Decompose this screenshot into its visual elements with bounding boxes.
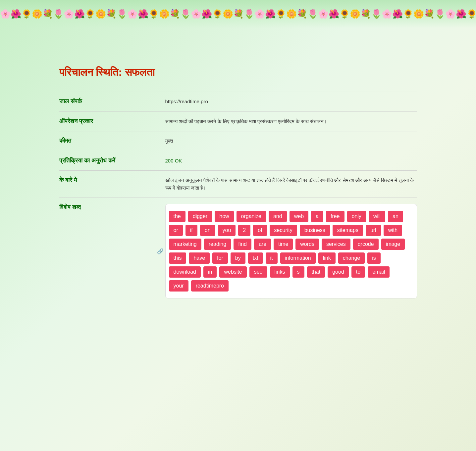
keyword-tag[interactable]: with <box>384 225 402 236</box>
keyword-tag[interactable]: 2 <box>238 225 250 236</box>
keyword-tag[interactable]: an <box>388 211 403 222</box>
flower-decoration: 🌷 <box>117 9 127 19</box>
keyword-tag[interactable]: if <box>185 225 197 236</box>
info-row: कीमतमुक्त <box>59 131 417 151</box>
flower-decoration: 🌸 <box>445 9 456 19</box>
keyword-tag[interactable]: only <box>347 211 366 222</box>
keyword-tag[interactable]: download <box>169 266 201 278</box>
info-row-label: कीमत <box>59 137 165 144</box>
flower-decoration: 🌼 <box>413 9 424 19</box>
info-table: जाल संपर्कhttps://readtime.proऑपरेशन प्र… <box>59 92 417 198</box>
keyword-tag[interactable]: web <box>290 211 308 222</box>
keyword-tag[interactable]: free <box>326 211 344 222</box>
flower-decoration: 🌷 <box>244 9 254 19</box>
keyword-tag[interactable]: by <box>231 252 245 264</box>
keyword-tag[interactable]: txt <box>248 252 263 264</box>
keywords-label: विशेष शब्द <box>59 204 165 211</box>
flower-decoration: 🌼 <box>159 9 170 19</box>
info-row-value: https://readtime.pro <box>165 98 417 106</box>
keyword-tag[interactable]: on <box>200 225 215 236</box>
keyword-tag[interactable]: seo <box>249 266 267 278</box>
keyword-tag[interactable]: the <box>169 211 185 222</box>
keyword-tag[interactable]: you <box>218 225 236 236</box>
flower-decoration: 💐 <box>233 9 244 19</box>
flower-decoration: 🌻 <box>212 9 223 19</box>
flower-decoration: 🌻 <box>85 9 95 19</box>
keyword-tag[interactable]: is <box>367 252 381 264</box>
keyword-tag[interactable]: your <box>169 280 188 292</box>
keyword-tag[interactable]: of <box>253 225 267 236</box>
keyword-tag[interactable]: website <box>219 266 246 278</box>
keyword-tag[interactable]: readtimepro <box>191 280 229 292</box>
info-row: प्रतिक्रिया का अनुरोध करें200 OK <box>59 151 417 171</box>
keyword-tag[interactable]: in <box>203 266 217 278</box>
flowers-row: 🌸🌺🌻🌼💐🌷🌸🌺🌻🌼💐🌷🌸🌺🌻🌼💐🌷🌸🌺🌻🌼💐🌷🌸🌺🌻🌼💐🌷🌸🌺🌻🌼💐🌷🌸🌺🌻🌼… <box>0 0 476 28</box>
keyword-tag[interactable]: information <box>280 252 316 264</box>
keyword-tag[interactable]: link <box>318 252 336 264</box>
keyword-tag[interactable]: have <box>189 252 210 264</box>
keyword-tag[interactable]: image <box>381 239 405 250</box>
keyword-tag[interactable]: organize <box>237 211 266 222</box>
keyword-tag[interactable]: good <box>328 266 349 278</box>
flower-decoration: 💐 <box>106 9 117 19</box>
keyword-tag[interactable]: that <box>307 266 325 278</box>
flower-decoration: 🌸 <box>0 9 11 19</box>
page-title: परिचालन स्थिति: सफलता <box>59 66 417 78</box>
flower-decoration: 🌺 <box>456 9 466 19</box>
keyword-tag[interactable]: and <box>269 211 287 222</box>
info-row-label: ऑपरेशन प्रकार <box>59 118 165 125</box>
info-row: जाल संपर्कhttps://readtime.pro <box>59 92 417 112</box>
flower-decoration: 🌻 <box>276 9 286 19</box>
flower-decoration: 🌺 <box>201 9 212 19</box>
keyword-tag[interactable]: reading <box>204 239 231 250</box>
keyword-tag[interactable]: to <box>351 266 365 278</box>
info-row: के बारे मेखोज इंजन अनुकूलन पेशेवरों के प… <box>59 170 417 198</box>
keyword-tag[interactable]: change <box>338 252 365 264</box>
flower-decoration: 💐 <box>297 9 307 19</box>
keyword-tag[interactable]: it <box>266 252 278 264</box>
keyword-tag[interactable]: security <box>270 225 297 236</box>
page-content: परिचालन स्थिति: सफलता जाल संपर्कhttps://… <box>39 53 437 324</box>
flower-decoration: 🌼 <box>350 9 360 19</box>
flower-decoration: 🌸 <box>318 9 329 19</box>
flower-decoration: 🌷 <box>307 9 318 19</box>
keyword-tag[interactable]: sitemaps <box>333 225 363 236</box>
keyword-tag[interactable]: for <box>212 252 228 264</box>
info-row-value: 200 OK <box>165 157 417 165</box>
info-row-label: जाल संपर्क <box>59 98 165 105</box>
keyword-tag[interactable]: s <box>292 266 304 278</box>
keyword-tag[interactable]: url <box>366 225 381 236</box>
info-row-value: मुक्त <box>165 137 417 145</box>
keyword-tag[interactable]: qrcode <box>353 239 379 250</box>
keyword-tag[interactable]: links <box>270 266 290 278</box>
flower-decoration: 💐 <box>170 9 180 19</box>
flower-decoration: 🌼 <box>32 9 42 19</box>
flower-decoration: 🌺 <box>392 9 403 19</box>
keywords-section: विशेष शब्द 🔗 thediggerhoworganizeandweba… <box>59 198 417 304</box>
flower-decoration: 🌸 <box>191 9 201 19</box>
flower-decoration: 🌺 <box>329 9 339 19</box>
header-decoration: 🌸🌺🌻🌼💐🌷🌸🌺🌻🌼💐🌷🌸🌺🌻🌼💐🌷🌸🌺🌻🌼💐🌷🌸🌺🌻🌼💐🌷🌸🌺🌻🌼💐🌷🌸🌺🌻🌼… <box>0 0 476 28</box>
flower-decoration: 🌷 <box>180 9 191 19</box>
keyword-tag[interactable]: email <box>368 266 390 278</box>
keyword-tag[interactable]: digger <box>188 211 212 222</box>
flower-decoration: 💐 <box>42 9 53 19</box>
keyword-tag[interactable]: services <box>322 239 350 250</box>
keyword-tag[interactable]: how <box>215 211 234 222</box>
keyword-tag[interactable]: will <box>369 211 385 222</box>
flower-decoration: 🌷 <box>371 9 382 19</box>
keyword-tag[interactable]: marketing <box>169 239 201 250</box>
keyword-tag[interactable]: time <box>274 239 293 250</box>
link-icon: 🔗 <box>157 248 164 254</box>
keyword-tag[interactable]: are <box>254 239 271 250</box>
keyword-tag[interactable]: words <box>295 239 319 250</box>
keyword-tag[interactable]: or <box>169 225 183 236</box>
info-row-value: खोज इंजन अनुकूलन पेशेवरों के पास सामान्य… <box>165 177 417 192</box>
flower-decoration: 🌻 <box>466 9 476 19</box>
keyword-tag[interactable]: this <box>169 252 186 264</box>
keyword-tag[interactable]: find <box>234 239 251 250</box>
keyword-tag[interactable]: a <box>311 211 323 222</box>
flower-decoration: 🌼 <box>223 9 233 19</box>
keyword-tag[interactable]: business <box>300 225 330 236</box>
flower-decoration: 🌼 <box>95 9 106 19</box>
